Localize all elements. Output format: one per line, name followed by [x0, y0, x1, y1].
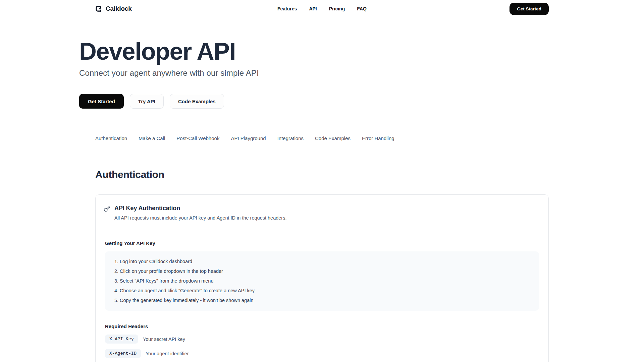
x-api-key-badge: X-API-Key — [105, 335, 138, 344]
step-item: Log into your Calldock dashboard — [120, 257, 531, 266]
card-title: API Key Authentication — [114, 205, 286, 212]
header-row-x-api-key: X-API-Key Your secret API key — [105, 335, 539, 344]
key-icon — [104, 205, 110, 212]
tab-authentication[interactable]: Authentication — [95, 135, 127, 141]
nav-link-features[interactable]: Features — [277, 6, 297, 11]
tab-post-call-webhook[interactable]: Post-Call Webhook — [176, 135, 219, 141]
get-started-button[interactable]: Get Started — [79, 94, 124, 109]
x-agent-id-description: Your agent identifier — [146, 351, 189, 356]
try-api-button[interactable]: Try API — [130, 94, 164, 109]
hero-section: Developer API Connect your agent anywher… — [0, 17, 644, 109]
api-key-authentication-card: API Key Authentication All API requests … — [95, 194, 549, 362]
step-item: Choose an agent and click "Generate" to … — [120, 286, 531, 296]
page-title: Developer API — [79, 37, 565, 66]
site-header: Calldock Features API Pricing FAQ Get St… — [0, 0, 644, 17]
brand-name: Calldock — [106, 5, 132, 12]
nav-link-faq[interactable]: FAQ — [357, 6, 367, 11]
step-item: Select "API Keys" from the dropdown menu — [120, 276, 531, 286]
getting-api-key-heading: Getting Your API Key — [105, 240, 539, 246]
tab-make-a-call[interactable]: Make a Call — [139, 135, 165, 141]
header-get-started-button[interactable]: Get Started — [509, 3, 549, 15]
required-headers-heading: Required Headers — [105, 323, 539, 329]
code-examples-button[interactable]: Code Examples — [170, 94, 224, 109]
hero-actions: Get Started Try API Code Examples — [79, 94, 565, 109]
docs-content: Authentication API Key Authentication Al… — [95, 169, 549, 362]
brand-logo[interactable]: Calldock — [95, 5, 132, 12]
tab-api-playground[interactable]: API Playground — [231, 135, 266, 141]
tab-integrations[interactable]: Integrations — [277, 135, 304, 141]
section-title-authentication: Authentication — [95, 169, 549, 180]
header-row-x-agent-id: X-Agent-ID Your agent identifier — [105, 349, 539, 358]
calldock-logo-icon — [95, 5, 103, 12]
nav-link-api[interactable]: API — [309, 6, 317, 11]
page-subtitle: Connect your agent anywhere with our sim… — [79, 68, 565, 78]
docs-tabbar: Authentication Make a Call Post-Call Web… — [0, 135, 644, 148]
x-api-key-description: Your secret API key — [143, 337, 185, 342]
tab-error-handling[interactable]: Error Handling — [362, 135, 394, 141]
step-item: Click on your profile dropdown in the to… — [120, 266, 531, 276]
main-nav: Features API Pricing FAQ — [277, 6, 367, 11]
step-item: Copy the generated key immediately - it … — [120, 296, 531, 305]
nav-link-pricing[interactable]: Pricing — [329, 6, 345, 11]
api-key-steps-box: Log into your Calldock dashboard Click o… — [105, 251, 539, 311]
x-agent-id-badge: X-Agent-ID — [105, 349, 141, 358]
card-description: All API requests must include your API k… — [114, 215, 286, 221]
tab-code-examples[interactable]: Code Examples — [315, 135, 351, 141]
